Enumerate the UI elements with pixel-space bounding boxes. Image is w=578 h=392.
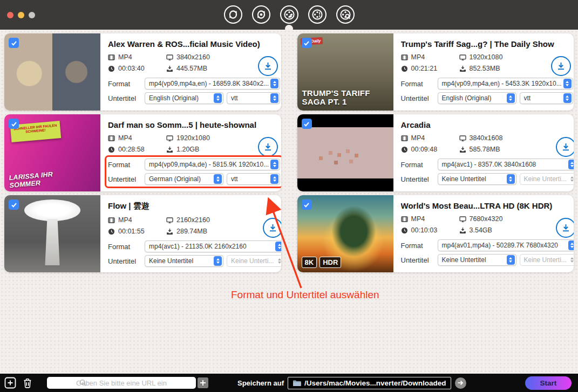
video-list: Alex Warren & ROS...ficial Music Video) …	[0, 30, 578, 374]
size-info: 585.78MB	[459, 146, 531, 153]
download-size-icon	[166, 146, 173, 153]
download-button[interactable]	[258, 56, 278, 76]
download-button[interactable]	[258, 137, 278, 157]
download-button[interactable]	[263, 218, 281, 238]
minimize-button[interactable]	[18, 12, 24, 18]
video-thumbnail[interactable]: 8KHDR	[297, 195, 393, 272]
video-thumbnail[interactable]	[4, 33, 100, 111]
container-info: MP4	[401, 215, 459, 223]
subtitle-format-select[interactable]: Keine Unterti...	[520, 173, 574, 185]
folder-icon	[293, 380, 301, 387]
thumbnail-badges: 8KHDR	[302, 257, 342, 268]
video-downloader-icon[interactable]	[280, 5, 298, 24]
format-row: Format mp4(vp09,mp4a,en) - 16859.8K 3840…	[108, 78, 280, 90]
video-info: MP4 2160x2160 00:01:55	[108, 216, 237, 235]
clock-icon	[108, 146, 115, 153]
subtitle-format-select[interactable]: Keine Unterti...	[227, 255, 281, 267]
quality-badge: HDR	[319, 257, 341, 268]
window-controls	[7, 12, 35, 18]
select-checkbox[interactable]	[302, 119, 312, 129]
subtitle-language-select[interactable]: English (Original)	[145, 92, 223, 104]
subtitle-row: Untertitel English (Original) vtt	[108, 92, 280, 104]
clock-icon	[401, 146, 408, 153]
video-card: Flow | 雲遊 MP4 2160x2160	[4, 195, 281, 272]
format-label: Format	[108, 243, 141, 251]
zoom-button[interactable]	[29, 12, 35, 18]
close-button[interactable]	[7, 12, 13, 18]
video-thumbnail[interactable]	[297, 114, 393, 191]
format-subtitle-section: Format mp4(av01,mp4a) - 50289.7K 7680x43…	[401, 239, 574, 266]
download-button[interactable]	[551, 56, 571, 76]
format-label: Format	[401, 80, 434, 88]
download-button[interactable]	[556, 137, 574, 157]
save-location-label: Speichern auf	[237, 379, 284, 387]
resolution-info: 1920x1080	[166, 134, 237, 142]
resolution-info: 3840x1608	[459, 134, 531, 142]
select-checkbox[interactable]	[302, 38, 312, 48]
duration-info: 00:28:58	[108, 146, 166, 153]
start-button[interactable]: Start	[525, 376, 572, 390]
select-checkbox[interactable]	[9, 119, 19, 129]
video-thumbnail[interactable]: The DailyTRUMP'S TARIFF SAGA PT. 1	[297, 33, 393, 111]
subtitle-format-select[interactable]: vtt	[227, 92, 280, 104]
clock-icon	[108, 65, 115, 72]
video-card-body: Alex Warren & ROS...ficial Music Video) …	[100, 33, 281, 111]
search-icon	[79, 379, 87, 387]
video-compressor-icon[interactable]	[308, 5, 327, 24]
format-select[interactable]: mp4(avc1) - 21135.0K 2160x2160	[145, 240, 281, 252]
monitor-icon	[459, 135, 466, 142]
add-file-button[interactable]	[4, 377, 16, 389]
save-path-field[interactable]: /Users/mac/Movies...nverter/Downloaded	[288, 377, 451, 389]
download-arrow-icon	[556, 61, 566, 71]
add-url-button[interactable]	[198, 377, 208, 388]
subtitle-language-select[interactable]: Keine Untertitel	[145, 255, 223, 267]
subtitle-row: Untertitel Keine Untertitel Keine Untert…	[401, 173, 574, 185]
format-subtitle-section: Format mp4(avc1) - 8357.0K 3840x1608 Unt…	[401, 159, 574, 185]
video-thumbnail[interactable]: SCHNELLER IHR FAULEN SCHWEINE!LARISSA IH…	[4, 114, 100, 191]
monitor-icon	[459, 54, 466, 61]
subtitle-language-select[interactable]: Keine Untertitel	[438, 254, 516, 266]
format-subtitle-section: Format mp4(vp09,mp4a,de) - 5815.9K 1920x…	[108, 159, 280, 185]
video-title: Arcadia	[401, 120, 574, 129]
url-input[interactable]	[47, 377, 196, 389]
size-info: 3.54GB	[459, 226, 531, 234]
size-info: 852.53MB	[459, 65, 531, 72]
download-arrow-icon	[561, 223, 570, 232]
subtitle-language-select[interactable]: English (Original)	[438, 92, 516, 104]
annotation-label: Format und Untertitel auswählen	[231, 289, 379, 301]
format-select[interactable]: mp4(av01,mp4a) - 50289.7K 7680x4320	[438, 239, 574, 251]
video-converter-icon[interactable]	[224, 5, 242, 24]
select-checkbox[interactable]	[9, 38, 19, 48]
download-button[interactable]	[556, 218, 574, 238]
subtitle-label: Untertitel	[108, 257, 141, 265]
stepper-icon	[214, 93, 222, 103]
toolbox-icon[interactable]	[336, 5, 355, 24]
duration-info: 00:10:03	[401, 226, 459, 234]
download-size-icon	[166, 228, 173, 235]
subtitle-language-select[interactable]: Keine Untertitel	[438, 173, 516, 185]
format-subtitle-section: Format mp4(avc1) - 21135.0K 2160x2160 Un…	[108, 240, 281, 267]
select-checkbox[interactable]	[302, 200, 312, 210]
format-subtitle-section: Format mp4(vp09,mp4a,en) - 5453.3K 1920x…	[401, 78, 573, 104]
format-select[interactable]: mp4(vp09,mp4a,en) - 5453.3K 1920x10...	[438, 78, 573, 90]
format-label: Format	[401, 242, 434, 250]
monitor-icon	[166, 217, 173, 224]
video-title: Trump's Tariff Sag...g? | The Daily Show	[401, 39, 573, 49]
format-select[interactable]: mp4(avc1) - 8357.0K 3840x1608	[438, 159, 574, 170]
subtitle-format-select[interactable]: vtt	[520, 92, 573, 104]
subtitle-language-select[interactable]: German (Original)	[145, 173, 223, 185]
select-checkbox[interactable]	[9, 200, 19, 210]
subtitle-label: Untertitel	[401, 94, 434, 102]
format-select[interactable]: mp4(vp09,mp4a,de) - 5815.9K 1920x10...	[145, 159, 280, 170]
format-select[interactable]: mp4(vp09,mp4a,en) - 16859.8K 3840x2...	[145, 78, 280, 90]
dvd-ripper-icon[interactable]	[252, 5, 270, 24]
subtitle-format-select[interactable]: Keine Unterti...	[520, 254, 574, 266]
delete-button[interactable]	[22, 377, 33, 389]
subtitle-format-select[interactable]: vtt	[227, 173, 280, 185]
subtitle-row: Untertitel Keine Untertitel Keine Untert…	[401, 254, 574, 266]
open-folder-button[interactable]	[455, 377, 466, 389]
video-card-body: Flow | 雲遊 MP4 2160x2160	[100, 195, 281, 272]
monitor-icon	[459, 216, 466, 223]
video-thumbnail[interactable]	[4, 195, 100, 272]
subtitle-row: Untertitel Keine Untertitel Keine Untert…	[108, 255, 281, 267]
